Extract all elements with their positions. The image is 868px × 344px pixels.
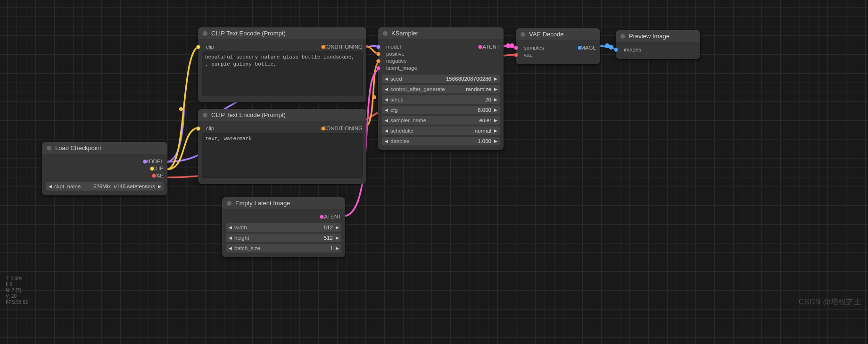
arrow-left-icon[interactable]: ◀ bbox=[383, 128, 389, 133]
collapse-icon[interactable] bbox=[383, 31, 388, 36]
output-vae[interactable]: VAE bbox=[149, 173, 164, 178]
node-header[interactable]: KSampler bbox=[378, 27, 504, 39]
arrow-left-icon[interactable]: ◀ bbox=[383, 108, 389, 112]
input-model[interactable]: model bbox=[382, 44, 417, 50]
node-title: Preview Image bbox=[629, 33, 670, 40]
node-vae-decode[interactable]: VAE Decode samples vae IMAGE bbox=[516, 28, 600, 64]
arrow-left-icon[interactable]: ◀ bbox=[227, 246, 233, 251]
input-clip[interactable]: clip bbox=[202, 44, 214, 50]
input-vae[interactable]: vae bbox=[520, 52, 544, 58]
widget-scheduler[interactable]: ◀schedulernormal▶ bbox=[382, 126, 500, 135]
widget-denoise[interactable]: ◀denoise1.000▶ bbox=[382, 137, 500, 145]
prompt-textarea[interactable] bbox=[202, 51, 363, 96]
node-title: VAE Decode bbox=[529, 31, 563, 38]
arrow-left-icon[interactable]: ◀ bbox=[227, 235, 233, 240]
node-header[interactable]: VAE Decode bbox=[516, 28, 600, 40]
arrow-right-icon[interactable]: ▶ bbox=[492, 87, 499, 92]
node-load-checkpoint[interactable]: Load Checkpoint MODEL CLIP VAE ◀ ckpt_na… bbox=[42, 142, 167, 195]
arrow-right-icon[interactable]: ▶ bbox=[156, 184, 163, 189]
node-title: CLIP Text Encode (Prompt) bbox=[211, 30, 286, 37]
arrow-right-icon[interactable]: ▶ bbox=[492, 108, 499, 112]
collapse-icon[interactable] bbox=[521, 32, 525, 37]
arrow-left-icon[interactable]: ◀ bbox=[383, 118, 389, 123]
arrow-right-icon[interactable]: ▶ bbox=[492, 97, 499, 102]
widget-height[interactable]: ◀height512▶ bbox=[226, 234, 341, 242]
arrow-right-icon[interactable]: ▶ bbox=[334, 246, 340, 251]
stat-fps: FPS:58.82 bbox=[6, 300, 28, 306]
widget-cfg[interactable]: ◀cfg8.000▶ bbox=[382, 106, 500, 114]
arrow-left-icon[interactable]: ◀ bbox=[383, 97, 389, 102]
svg-point-1 bbox=[179, 107, 183, 111]
node-title: KSampler bbox=[391, 30, 418, 37]
collapse-icon[interactable] bbox=[47, 146, 51, 151]
node-preview-image[interactable]: Preview Image images bbox=[616, 30, 700, 59]
widget-batch-size[interactable]: ◀batch_size1▶ bbox=[226, 244, 341, 252]
widget-control-after-generate[interactable]: ◀control_after_generaterandomize▶ bbox=[382, 85, 500, 93]
collapse-icon[interactable] bbox=[203, 31, 207, 36]
svg-point-4 bbox=[605, 43, 610, 48]
collapse-icon[interactable] bbox=[203, 113, 207, 117]
input-clip[interactable]: clip bbox=[202, 126, 214, 131]
output-conditioning[interactable]: CONDITIONING bbox=[318, 44, 363, 50]
node-title: Load Checkpoint bbox=[55, 144, 101, 151]
arrow-right-icon[interactable]: ▶ bbox=[334, 225, 340, 230]
node-clip-encode-negative[interactable]: CLIP Text Encode (Prompt) clip CONDITION… bbox=[198, 109, 366, 184]
arrow-right-icon[interactable]: ▶ bbox=[492, 76, 499, 81]
input-images[interactable]: images bbox=[620, 47, 641, 52]
widget-width[interactable]: ◀width512▶ bbox=[226, 223, 341, 232]
arrow-left-icon[interactable]: ◀ bbox=[383, 76, 389, 81]
input-positive[interactable]: positive bbox=[382, 51, 417, 57]
node-header[interactable]: CLIP Text Encode (Prompt) bbox=[198, 27, 366, 39]
stat-i: I: 0 bbox=[6, 282, 28, 288]
node-ksampler[interactable]: KSampler model positive negative latent_… bbox=[378, 27, 504, 150]
arrow-left-icon[interactable]: ◀ bbox=[383, 139, 389, 143]
output-image[interactable]: IMAGE bbox=[575, 45, 596, 50]
svg-point-5 bbox=[609, 45, 613, 50]
stat-v: V: 20 bbox=[6, 294, 28, 300]
widget-sampler-name[interactable]: ◀sampler_nameeuler▶ bbox=[382, 116, 500, 125]
node-empty-latent[interactable]: Empty Latent Image LATENT ◀width512▶ ◀he… bbox=[222, 197, 345, 257]
output-latent[interactable]: LATENT bbox=[317, 214, 341, 219]
svg-point-0 bbox=[372, 95, 376, 99]
arrow-left-icon[interactable]: ◀ bbox=[47, 184, 53, 189]
input-latent-image[interactable]: latent_image bbox=[382, 65, 417, 71]
node-header[interactable]: CLIP Text Encode (Prompt) bbox=[198, 109, 366, 121]
svg-point-2 bbox=[506, 43, 511, 48]
collapse-icon[interactable] bbox=[227, 201, 231, 206]
arrow-left-icon[interactable]: ◀ bbox=[227, 225, 233, 230]
node-header[interactable]: Load Checkpoint bbox=[42, 142, 167, 154]
output-conditioning[interactable]: CONDITIONING bbox=[318, 126, 363, 131]
output-clip[interactable]: CLIP bbox=[147, 166, 164, 171]
node-clip-encode-positive[interactable]: CLIP Text Encode (Prompt) clip CONDITION… bbox=[198, 27, 366, 102]
node-header[interactable]: Preview Image bbox=[616, 30, 700, 42]
input-negative[interactable]: negative bbox=[382, 58, 417, 64]
prompt-textarea[interactable] bbox=[202, 133, 363, 178]
widget-seed[interactable]: ◀seed156680208700286▶ bbox=[382, 75, 500, 83]
node-title: CLIP Text Encode (Prompt) bbox=[211, 111, 286, 118]
arrow-right-icon[interactable]: ▶ bbox=[492, 139, 499, 143]
stats-overlay: T: 0.00s I: 0 N: 7 [7] V: 20 FPS:58.82 bbox=[6, 276, 28, 306]
stat-n: N: 7 [7] bbox=[6, 288, 28, 294]
watermark: CSDN @培根芝士 bbox=[799, 297, 861, 307]
node-canvas[interactable]: Load Checkpoint MODEL CLIP VAE ◀ ckpt_na… bbox=[0, 0, 868, 344]
collapse-icon[interactable] bbox=[620, 34, 625, 39]
output-model[interactable]: MODEL bbox=[140, 159, 164, 164]
node-header[interactable]: Empty Latent Image bbox=[222, 197, 345, 209]
input-samples[interactable]: samples bbox=[520, 45, 544, 50]
widget-ckpt-name[interactable]: ◀ ckpt_name 526Mix_v145.safetensors ▶ bbox=[46, 182, 164, 191]
output-latent[interactable]: LATENT bbox=[475, 44, 500, 50]
arrow-right-icon[interactable]: ▶ bbox=[492, 128, 499, 133]
node-title: Empty Latent Image bbox=[235, 200, 290, 207]
arrow-right-icon[interactable]: ▶ bbox=[334, 235, 340, 240]
stat-time: T: 0.00s bbox=[6, 276, 28, 282]
arrow-right-icon[interactable]: ▶ bbox=[492, 118, 499, 123]
arrow-left-icon[interactable]: ◀ bbox=[383, 87, 389, 92]
widget-steps[interactable]: ◀steps20▶ bbox=[382, 95, 500, 104]
